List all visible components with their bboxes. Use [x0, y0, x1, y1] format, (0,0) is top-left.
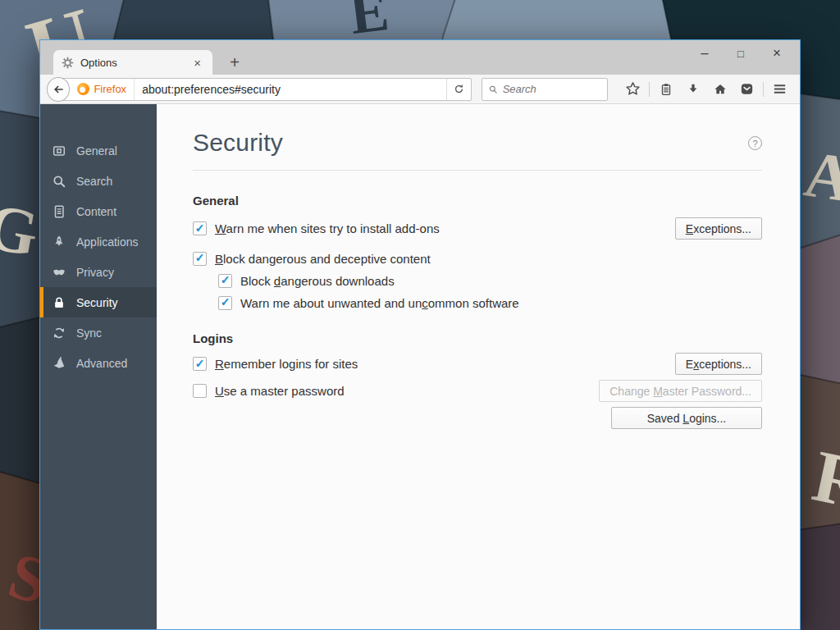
sidebar-item-applications[interactable]: Applications: [40, 226, 157, 257]
check-icon: ✓: [195, 222, 205, 234]
preferences-sidebar: General Search Content: [40, 104, 157, 629]
navigation-bar: Firefox about:preferences#security: [40, 75, 800, 104]
home-button[interactable]: [706, 77, 733, 102]
check-icon: ✓: [195, 358, 205, 369]
sidebar-item-label: Search: [76, 175, 112, 188]
page-title: Security: [193, 129, 283, 157]
titlebar[interactable]: Options × + – □ ×: [40, 40, 800, 75]
check-icon: ✓: [195, 252, 205, 263]
block-content-label[interactable]: Block dangerous and deceptive content: [215, 252, 431, 266]
sidebar-item-security[interactable]: Security: [40, 287, 157, 317]
content-area: General Search Content: [40, 104, 800, 629]
warn-software-label[interactable]: Warn me about unwanted and uncommon soft…: [240, 296, 519, 310]
pref-row-warn-addons: ✓ Warn me when sites try to install add-…: [193, 217, 762, 240]
search-input[interactable]: [503, 83, 601, 95]
firefox-icon: [77, 83, 89, 95]
section-header-logins: Logins: [193, 331, 762, 345]
downloads-button[interactable]: [679, 77, 706, 102]
sidebar-item-label: Security: [76, 296, 118, 309]
sidebar-item-general[interactable]: General: [40, 135, 157, 166]
applications-icon: [52, 235, 66, 249]
gear-icon: [62, 57, 74, 69]
new-tab-button[interactable]: +: [221, 50, 249, 75]
sidebar-item-label: Sync: [76, 326, 102, 340]
sidebar-item-search[interactable]: Search: [40, 166, 157, 196]
block-downloads-checkbox[interactable]: ✓: [218, 274, 232, 288]
section-header-general: General: [193, 194, 762, 208]
change-master-password-button: Change Master Password...: [599, 380, 762, 402]
reload-button[interactable]: [446, 79, 471, 100]
sidebar-item-label: Applications: [76, 235, 139, 249]
site-identity-badge[interactable]: Firefox: [75, 79, 135, 100]
hamburger-icon: [772, 81, 788, 97]
url-bar[interactable]: Firefox about:preferences#security: [57, 78, 472, 101]
pref-row-master-password: ✓ Use a master password Change Master Pa…: [193, 380, 762, 402]
pref-row-block-downloads: ✓ Block dangerous downloads: [218, 273, 762, 288]
pocket-icon: [739, 81, 755, 97]
browser-window: Options × + – □ × Firefox about:preferen…: [39, 39, 801, 630]
sidebar-item-label: General: [76, 144, 117, 158]
bookmark-star-button[interactable]: [619, 77, 646, 102]
toolbar-separator: [649, 82, 650, 97]
saved-logins-button[interactable]: Saved Logins...: [611, 407, 762, 429]
security-lock-icon: [52, 295, 66, 310]
url-text[interactable]: about:preferences#security: [135, 83, 446, 96]
menu-button[interactable]: [766, 77, 793, 102]
block-content-checkbox[interactable]: ✓: [193, 252, 207, 266]
sync-icon: [52, 326, 66, 340]
home-icon: [713, 82, 728, 97]
window-controls: – □ ×: [687, 42, 795, 65]
minimize-button[interactable]: –: [687, 42, 723, 65]
advanced-icon: [52, 356, 66, 371]
toolbar-icons: [619, 77, 793, 102]
pref-row-block-content: ✓ Block dangerous and deceptive content: [193, 251, 762, 266]
warn-addons-checkbox[interactable]: ✓: [193, 221, 207, 235]
pocket-button[interactable]: [733, 77, 760, 102]
check-icon: ✓: [221, 274, 231, 285]
content-icon: [52, 204, 66, 219]
close-button[interactable]: ×: [759, 42, 795, 65]
warn-software-checkbox[interactable]: ✓: [218, 296, 232, 310]
pref-row-saved-logins: Saved Logins...: [193, 407, 762, 429]
back-button[interactable]: [47, 77, 70, 102]
remember-logins-checkbox[interactable]: ✓: [193, 357, 207, 371]
search-icon: [52, 174, 66, 189]
sidebar-item-sync[interactable]: Sync: [40, 317, 157, 348]
tab-close-icon[interactable]: ×: [190, 55, 204, 71]
bookmarks-menu-button[interactable]: [652, 77, 679, 102]
sidebar-item-label: Privacy: [76, 266, 114, 279]
tab-label: Options: [80, 57, 117, 69]
block-downloads-label[interactable]: Block dangerous downloads: [240, 274, 395, 288]
help-button[interactable]: ?: [748, 136, 762, 150]
download-arrow-icon: [686, 82, 701, 97]
back-arrow-icon: [52, 83, 65, 96]
master-password-label[interactable]: Use a master password: [215, 384, 345, 398]
sidebar-item-privacy[interactable]: Privacy: [40, 257, 157, 287]
sidebar-item-label: Advanced: [76, 357, 127, 370]
pref-row-remember-logins: ✓ Remember logins for sites Exceptions..…: [193, 353, 762, 375]
addons-exceptions-button[interactable]: Exceptions...: [675, 217, 762, 240]
toolbar-separator: [763, 82, 764, 97]
check-icon: ✓: [221, 296, 231, 308]
warn-addons-label[interactable]: Warn me when sites try to install add-on…: [215, 221, 440, 235]
firefox-brand-label: Firefox: [94, 83, 126, 95]
general-icon: [52, 144, 66, 158]
search-box[interactable]: [482, 78, 608, 101]
pref-row-warn-software: ✓ Warn me about unwanted and uncommon so…: [218, 295, 762, 310]
maximize-button[interactable]: □: [723, 42, 759, 65]
remember-logins-label[interactable]: Remember logins for sites: [215, 357, 358, 371]
sidebar-item-advanced[interactable]: Advanced: [40, 348, 157, 378]
search-icon: [488, 84, 498, 95]
star-icon: [625, 81, 641, 97]
privacy-mask-icon: [52, 265, 66, 280]
clipboard-icon: [659, 82, 673, 97]
tab-options[interactable]: Options ×: [53, 50, 212, 75]
title-divider: [193, 170, 762, 171]
reload-icon: [453, 83, 465, 95]
logins-exceptions-button[interactable]: Exceptions...: [675, 353, 762, 375]
sidebar-item-content[interactable]: Content: [40, 196, 157, 226]
security-pane: Security ? General ✓ Warn me when sites …: [157, 104, 800, 629]
master-password-checkbox[interactable]: ✓: [193, 384, 207, 398]
sidebar-item-label: Content: [76, 205, 116, 218]
